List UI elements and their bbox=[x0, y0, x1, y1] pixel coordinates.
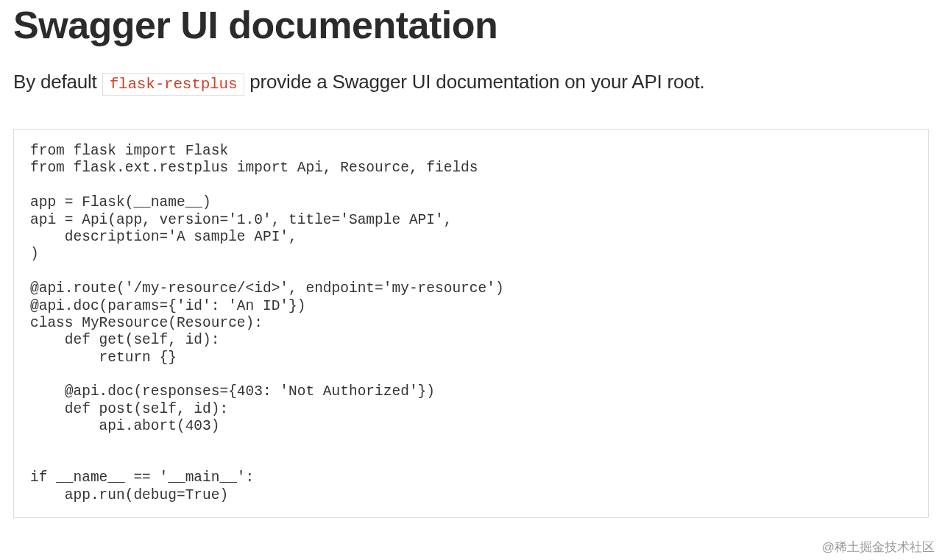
intro-text-before: By default bbox=[13, 71, 102, 93]
watermark: @稀土掘金技术社区 bbox=[822, 539, 935, 556]
code-block: from flask import Flask from flask.ext.r… bbox=[13, 129, 929, 518]
intro-paragraph: By default flask-restplus provide a Swag… bbox=[13, 68, 929, 96]
intro-text-after: provide a Swagger UI documentation on yo… bbox=[244, 71, 704, 93]
page-title: Swagger UI documentation bbox=[13, 3, 929, 47]
inline-code: flask-restplus bbox=[102, 73, 245, 96]
